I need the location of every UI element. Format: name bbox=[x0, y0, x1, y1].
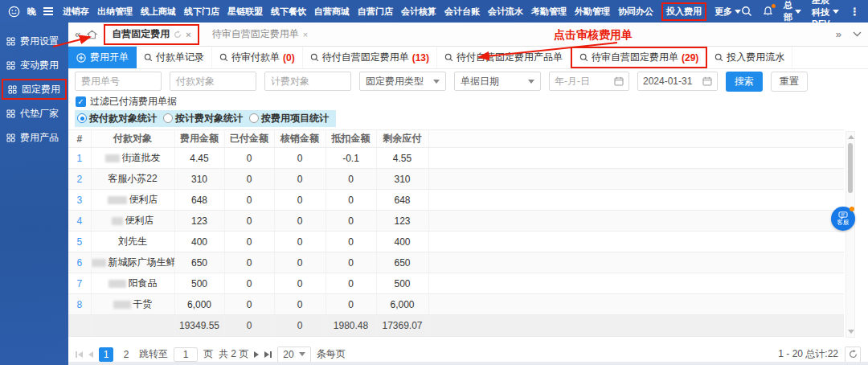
prev-page-button[interactable] bbox=[88, 351, 93, 358]
org-selector[interactable]: 总部 bbox=[784, 0, 801, 23]
topnav-item-self-mall[interactable]: 自营商城 bbox=[314, 6, 350, 18]
date-to-input[interactable]: 2024-01-31 bbox=[637, 72, 718, 91]
radio-by-expense-item[interactable]: 按费用项目统计 bbox=[249, 112, 329, 125]
row-number[interactable]: 3 bbox=[68, 190, 91, 211]
topnav-item-accounting[interactable]: 会计核算 bbox=[401, 6, 436, 18]
row-number[interactable]: 2 bbox=[68, 169, 91, 190]
amount-cell: 648 bbox=[174, 190, 224, 211]
sidebar-item-expense-settings[interactable]: 费用设置 bbox=[0, 29, 68, 53]
bill-no-input[interactable] bbox=[75, 72, 162, 91]
deducted-cell: 0 bbox=[326, 273, 376, 294]
table-row[interactable]: 7 阳食品 500 0 0 0 500 bbox=[68, 273, 844, 294]
topnav-item-self-store[interactable]: 自营门店 bbox=[358, 6, 393, 18]
notification-bell-icon[interactable] bbox=[763, 6, 773, 17]
row-number[interactable]: 6 bbox=[68, 252, 91, 273]
tab-close-icon[interactable]: × bbox=[186, 30, 190, 39]
topnav-item-collaboration[interactable]: 协同办公 bbox=[618, 6, 653, 18]
create-bill-button[interactable]: 费用开单 bbox=[68, 47, 137, 68]
row-number[interactable]: 8 bbox=[68, 294, 91, 315]
scrollbar-thumb[interactable] bbox=[848, 143, 853, 193]
col-payee: 付款对象 bbox=[91, 130, 174, 148]
topnav-item-offline-catering[interactable]: 线下餐饮 bbox=[271, 6, 306, 18]
topnav-item-invest-expense[interactable]: 投入费用 bbox=[661, 2, 706, 21]
topnav-item-online-mall[interactable]: 线上商城 bbox=[141, 6, 176, 18]
link-unpaid-fixed-expense-product-bills[interactable]: 待付自营固定费用产品单 bbox=[437, 47, 571, 68]
expand-tabs-icon[interactable]: » bbox=[836, 29, 841, 39]
page-size-select[interactable]: 20 bbox=[277, 347, 310, 363]
page-button-2[interactable]: 2 bbox=[119, 347, 133, 362]
topnav-item-jxc[interactable]: 进销存 bbox=[63, 6, 89, 18]
table-row[interactable]: 4 便利店 123 0 0 0 123 bbox=[68, 211, 844, 232]
row-number[interactable]: 5 bbox=[68, 232, 91, 252]
notification-dot bbox=[850, 207, 854, 211]
scroll-up-arrow[interactable] bbox=[848, 135, 854, 139]
search-icon[interactable] bbox=[741, 6, 752, 17]
first-page-button[interactable] bbox=[76, 351, 83, 358]
tab-close-icon[interactable]: × bbox=[303, 30, 308, 39]
link-pending-audit-fixed-expense-bills[interactable]: 待审自营固定费用单(29) bbox=[571, 47, 707, 68]
row-number[interactable]: 1 bbox=[68, 148, 91, 169]
table-row[interactable]: 6 新城际广场生鲜便利店 650 0 0 0 650 bbox=[68, 252, 844, 273]
last-page-button[interactable] bbox=[264, 351, 272, 358]
menu-toggle-icon[interactable] bbox=[43, 7, 53, 15]
table-row[interactable]: 3 便利店 648 0 0 0 648 bbox=[68, 190, 844, 211]
payee-cell: 阳食品 bbox=[91, 273, 174, 294]
filler-cell bbox=[428, 232, 844, 252]
topnav-item-attendance[interactable]: 考勤管理 bbox=[531, 6, 567, 18]
next-page-button[interactable] bbox=[254, 351, 259, 358]
customer-service-button[interactable]: 客服 bbox=[831, 207, 855, 231]
topnav-item-ledger[interactable]: 会计台账 bbox=[444, 6, 480, 18]
grid-icon bbox=[6, 133, 15, 142]
row-number[interactable]: 4 bbox=[68, 211, 91, 232]
table-row[interactable]: 1 街道批发 4.45 0 0 -0.1 4.55 bbox=[68, 148, 844, 169]
sidebar-item-fixed-expense[interactable]: 固定费用 bbox=[2, 79, 67, 100]
reset-button[interactable]: 重置 bbox=[771, 72, 808, 92]
table-row[interactable]: 2 客服小苏22 310 0 0 0 310 bbox=[68, 169, 844, 190]
chevron-down-icon[interactable] bbox=[853, 31, 862, 37]
written-off-cell: 0 bbox=[274, 232, 326, 252]
filter-paid-row: ✓ 过滤已付清费用单据 bbox=[68, 93, 868, 109]
table-row[interactable]: 8 干货 6,000 0 0 0 6,000 bbox=[68, 294, 844, 315]
link-unpaid-fixed-expense-bills[interactable]: 待付自营固定费用单(13) bbox=[303, 47, 437, 68]
amount-cell: 4.45 bbox=[174, 148, 224, 169]
scroll-down-arrow[interactable] bbox=[848, 330, 854, 334]
amount-cell: 400 bbox=[174, 232, 224, 252]
account-selector[interactable]: 星辰科技DEV bbox=[812, 0, 839, 28]
radio-by-billing-target[interactable]: 按计费对象统计 bbox=[163, 112, 243, 125]
page-button-1[interactable]: 1 bbox=[99, 347, 113, 362]
link-payment-records[interactable]: 付款单记录 bbox=[137, 47, 212, 68]
payee-cell: 便利店 bbox=[91, 190, 174, 211]
vertical-scrollbar[interactable] bbox=[845, 131, 855, 338]
tab-refresh-icon[interactable] bbox=[174, 31, 182, 39]
table-row[interactable]: 5 刘先生 400 0 0 0 400 bbox=[68, 232, 844, 252]
topnav-item-cashier[interactable]: 出纳管理 bbox=[97, 6, 133, 18]
topnav-item-field-work[interactable]: 外勤管理 bbox=[575, 6, 610, 18]
topnav-item-offline-store[interactable]: 线下门店 bbox=[184, 6, 219, 18]
tab-self-fixed-expense[interactable]: 自营固定费用 × bbox=[104, 24, 199, 45]
home-icon[interactable] bbox=[87, 30, 97, 39]
app-logo-icon[interactable] bbox=[8, 6, 20, 18]
sidebar-item-expense-product[interactable]: 费用产品 bbox=[0, 125, 68, 150]
filter-paid-checkbox[interactable]: ✓ bbox=[76, 96, 86, 107]
collapse-tabs-icon[interactable]: « bbox=[75, 29, 80, 39]
topnav-item-more[interactable]: 更多 bbox=[714, 6, 741, 18]
sidebar-item-advance-vendor[interactable]: 代垫厂家 bbox=[0, 101, 68, 125]
col-paid: 已付金额 bbox=[224, 130, 274, 148]
search-button[interactable]: 搜索 bbox=[726, 72, 763, 92]
date-type-select[interactable]: 单据日期 bbox=[454, 72, 541, 91]
radio-by-payee[interactable]: 按付款对象统计 bbox=[77, 112, 157, 125]
refresh-button[interactable] bbox=[845, 347, 861, 363]
link-pending-payment-bills[interactable]: 待审付款单(0) bbox=[212, 47, 303, 68]
payee-input[interactable] bbox=[170, 72, 256, 91]
sidebar-item-variable-expense[interactable]: 变动费用 bbox=[0, 53, 68, 77]
row-number[interactable]: 7 bbox=[68, 273, 91, 294]
date-from-input[interactable]: 年-月-日 bbox=[549, 72, 629, 91]
kebab-menu-icon[interactable]: ⋮ bbox=[850, 6, 860, 18]
billing-target-input[interactable] bbox=[264, 72, 351, 91]
topnav-item-chain-alliance[interactable]: 星链联盟 bbox=[227, 6, 263, 18]
jump-page-input[interactable] bbox=[174, 347, 198, 362]
fee-type-select[interactable]: 固定费用类型 bbox=[359, 72, 446, 91]
link-expense-flow[interactable]: 投入费用流水 bbox=[707, 47, 792, 68]
topnav-item-accounting-flow[interactable]: 会计流水 bbox=[488, 6, 523, 18]
tab-pending-audit-bills[interactable]: 待审自营固定费用单 × bbox=[206, 24, 314, 45]
